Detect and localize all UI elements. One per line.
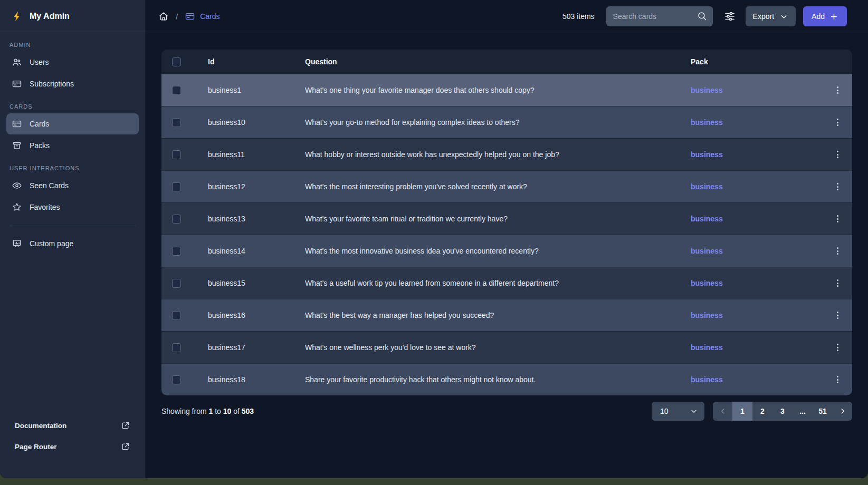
table-row[interactable]: business17 What's one wellness perk you'… [161, 331, 852, 363]
brand[interactable]: My Admin [0, 0, 145, 33]
export-button[interactable]: Export [746, 6, 796, 26]
page-button[interactable]: 2 [752, 402, 772, 421]
plus-icon [829, 12, 838, 21]
results-summary: Showing from 1 to 10 of 503 [161, 407, 254, 415]
cell-question: What hobby or interest outside work has … [305, 150, 691, 159]
sidebar-item-packs[interactable]: Packs [6, 135, 139, 156]
page-button[interactable]: 51 [813, 402, 833, 421]
row-actions-kebab-icon[interactable] [834, 276, 842, 290]
table-row[interactable]: business16 What's the best way a manager… [161, 299, 852, 331]
pack-link[interactable]: business [691, 215, 723, 223]
filter-icon[interactable] [723, 10, 736, 23]
table-row[interactable]: business11 What hobby or interest outsid… [161, 138, 852, 170]
cell-question: What's one wellness perk you'd love to s… [305, 343, 691, 352]
row-checkbox[interactable] [172, 215, 181, 224]
row-actions-kebab-icon[interactable] [834, 148, 842, 162]
home-icon[interactable] [158, 11, 169, 22]
column-header-pack[interactable]: Pack [691, 57, 823, 66]
external-link-icon [121, 442, 130, 451]
row-checkbox[interactable] [172, 150, 181, 159]
app-window: My Admin ADMIN Users Subscriptions [0, 0, 868, 478]
eye-icon [12, 180, 22, 191]
next-page-button[interactable] [833, 402, 852, 421]
cell-id: business12 [208, 182, 305, 191]
cell-pack: business [691, 118, 823, 127]
pack-link[interactable]: business [691, 247, 723, 255]
select-all-checkbox[interactable] [172, 57, 181, 66]
search-icon [697, 11, 708, 22]
table-body: business1 What's one thing your favorite… [161, 74, 852, 395]
row-checkbox[interactable] [172, 182, 181, 191]
cell-question: What's the most interesting problem you'… [305, 182, 691, 191]
row-actions-kebab-icon[interactable] [834, 83, 842, 98]
sidebar-item-label: Subscriptions [30, 80, 74, 88]
page-button[interactable]: 1 [732, 402, 752, 421]
row-checkbox[interactable] [172, 279, 181, 288]
sidebar-nav: ADMIN Users Subscriptions CARDS [0, 33, 145, 255]
cell-id: business14 [208, 247, 305, 255]
table-row[interactable]: business15 What's a useful work tip you … [161, 267, 852, 299]
chevron-down-icon [690, 407, 698, 415]
sidebar-item-cards[interactable]: Cards [6, 113, 139, 134]
breadcrumb-separator: / [176, 12, 178, 21]
column-header-id[interactable]: Id [208, 57, 305, 66]
page-size-value: 10 [660, 407, 669, 415]
sidebar-item-label: Custom page [30, 239, 73, 248]
pagination-group: 1 2 3 ... 51 [713, 402, 852, 421]
sidebar-item-seen-cards[interactable]: Seen Cards [6, 175, 139, 196]
table-row[interactable]: business13 What's your favorite team rit… [161, 202, 852, 235]
pack-link[interactable]: business [691, 182, 723, 191]
sidebar-item-custom-page[interactable]: Custom page [6, 233, 139, 254]
sidebar-item-users[interactable]: Users [6, 52, 139, 73]
row-actions-kebab-icon[interactable] [834, 373, 842, 387]
table-row[interactable]: business1 What's one thing your favorite… [161, 74, 852, 106]
pack-link[interactable]: business [691, 343, 723, 352]
cell-id: business13 [208, 215, 305, 223]
footer-link-label: Documentation [15, 422, 66, 430]
cell-pack: business [691, 182, 823, 191]
pack-link[interactable]: business [691, 311, 723, 319]
pack-link[interactable]: business [691, 375, 723, 384]
summary-text: to [215, 407, 221, 415]
row-checkbox[interactable] [172, 247, 181, 256]
cell-question: What's the best way a manager has helped… [305, 311, 691, 319]
cell-id: business18 [208, 375, 305, 384]
table-row[interactable]: business14 What's the most innovative bu… [161, 235, 852, 267]
lightning-logo-icon [12, 11, 23, 22]
page-button[interactable]: ... [793, 402, 813, 421]
row-checkbox[interactable] [172, 343, 181, 352]
row-actions-kebab-icon[interactable] [834, 212, 842, 226]
pack-link[interactable]: business [691, 118, 723, 127]
sidebar-item-favorites[interactable]: Favorites [6, 197, 139, 218]
table-row[interactable]: business10 What's your go-to method for … [161, 106, 852, 138]
breadcrumb-current[interactable]: Cards [185, 11, 220, 22]
sidebar-item-subscriptions[interactable]: Subscriptions [6, 73, 139, 94]
cell-question: What's your favorite team ritual or trad… [305, 215, 691, 223]
page-size-select[interactable]: 10 [652, 402, 704, 421]
row-actions-kebab-icon[interactable] [834, 341, 842, 355]
documentation-link[interactable]: Documentation [0, 415, 145, 436]
column-header-question[interactable]: Question [305, 57, 691, 66]
row-actions-kebab-icon[interactable] [834, 115, 842, 130]
summary-to: 10 [223, 407, 232, 415]
row-checkbox[interactable] [172, 118, 181, 127]
table-row[interactable]: business12 What's the most interesting p… [161, 170, 852, 202]
row-actions-kebab-icon[interactable] [834, 180, 842, 194]
prev-page-button[interactable] [713, 402, 732, 421]
row-checkbox[interactable] [172, 375, 181, 384]
row-checkbox[interactable] [172, 311, 181, 320]
chevron-left-icon [719, 407, 727, 415]
pack-link[interactable]: business [691, 86, 723, 94]
page-button[interactable]: 3 [772, 402, 793, 421]
page-router-link[interactable]: Page Router [0, 436, 145, 457]
row-checkbox[interactable] [172, 86, 181, 95]
presentation-icon [12, 238, 22, 249]
section-label-admin: ADMIN [0, 33, 145, 51]
add-button[interactable]: Add [803, 6, 847, 26]
row-actions-kebab-icon[interactable] [834, 244, 842, 258]
pack-link[interactable]: business [691, 279, 723, 287]
table-row[interactable]: business18 Share your favorite productiv… [161, 363, 852, 395]
pack-link[interactable]: business [691, 150, 723, 159]
sidebar-divider [9, 226, 136, 226]
row-actions-kebab-icon[interactable] [834, 308, 842, 323]
